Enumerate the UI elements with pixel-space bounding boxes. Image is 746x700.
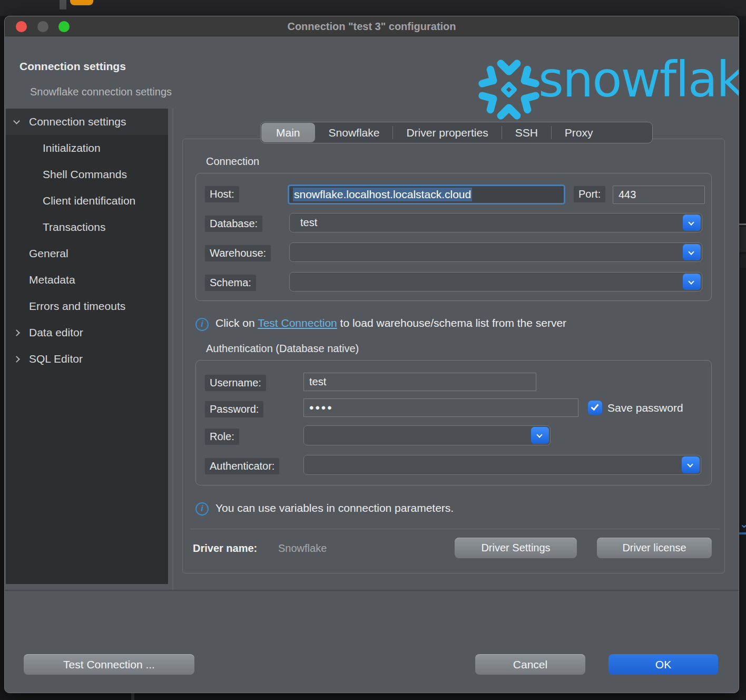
authenticator-combo[interactable] xyxy=(303,455,701,475)
save-password-label: Save password xyxy=(607,402,683,414)
schema-dropdown-button[interactable] xyxy=(683,274,701,290)
sidebar-item-label: Shell Commands xyxy=(43,168,127,181)
host-value-selected-text: snowflake.localhost.localstack.cloud xyxy=(293,188,472,201)
page-subtitle: Snowflake connection settings xyxy=(30,86,172,98)
variables-hint: You can use variables in connection para… xyxy=(215,502,454,514)
save-password-checkbox[interactable] xyxy=(588,401,602,415)
username-input[interactable] xyxy=(303,373,536,391)
tab-proxy[interactable]: Proxy xyxy=(552,123,606,142)
background-divider xyxy=(131,693,134,700)
database-value: test xyxy=(300,213,317,232)
driver-license-button[interactable]: Driver license xyxy=(597,538,712,558)
ok-button[interactable]: OK xyxy=(608,654,718,675)
test-connection-link[interactable]: Test Connection xyxy=(258,317,337,329)
username-label: Username: xyxy=(205,375,266,391)
schema-label: Schema: xyxy=(205,275,256,291)
role-label: Role: xyxy=(205,429,239,445)
auth-group-label: Authentication (Database native) xyxy=(206,343,359,355)
database-label: Database: xyxy=(205,216,262,232)
warehouse-label: Warehouse: xyxy=(205,245,271,261)
sidebar-item-label: Errors and timeouts xyxy=(29,300,125,313)
sidebar-item-label: Metadata xyxy=(29,274,75,286)
title-bar[interactable]: Connection "test 3" configuration xyxy=(5,16,739,36)
background-merge-icon: ⌄ xyxy=(740,518,746,530)
sidebar-item-connection-settings[interactable]: Connection settings xyxy=(6,109,168,135)
connection-configuration-dialog: Connection "test 3" configuration Connec… xyxy=(4,16,739,693)
chevron-down-icon xyxy=(688,219,694,225)
schema-combo[interactable] xyxy=(289,272,702,291)
database-dropdown-button[interactable] xyxy=(683,215,701,231)
sidebar-item-shell-commands[interactable]: Shell Commands xyxy=(6,161,168,188)
background-panel-fragment xyxy=(740,254,746,268)
sidebar-item-label: Initialization xyxy=(43,142,101,154)
tab-ssh[interactable]: SSH xyxy=(502,123,551,142)
tab-driver-properties[interactable]: Driver properties xyxy=(393,123,501,142)
chevron-down-icon xyxy=(687,461,693,467)
sidebar-item-label: SQL Editor xyxy=(29,353,83,365)
database-combo[interactable]: test xyxy=(289,213,702,232)
tab-snowflake[interactable]: Snowflake xyxy=(316,123,393,142)
connection-group-label: Connection xyxy=(206,155,259,168)
sidebar-item-metadata[interactable]: Metadata xyxy=(6,267,168,293)
test-connection-hint: Click on Test Connection to load warehou… xyxy=(215,317,566,329)
role-combo[interactable] xyxy=(303,425,551,445)
background-divider xyxy=(739,223,746,225)
authenticator-dropdown-button[interactable] xyxy=(682,456,700,473)
sidebar-item-data-editor[interactable]: Data editor xyxy=(6,319,168,346)
chevron-right-icon xyxy=(13,356,20,363)
snowflake-wordmark: snowflake xyxy=(538,52,739,108)
password-input[interactable]: •••• xyxy=(303,398,578,417)
background-right-strip xyxy=(739,16,746,700)
sidebar-item-client-identification[interactable]: Client identification xyxy=(6,188,168,214)
background-orange-icon xyxy=(70,0,93,5)
hint-suffix: to load warehouse/schema list from the s… xyxy=(337,317,566,329)
info-icon: i xyxy=(195,502,209,516)
host-input[interactable]: snowflake.localhost.localstack.cloud xyxy=(288,184,565,205)
test-connection-button[interactable]: Test Connection ... xyxy=(24,654,194,675)
snowflake-mark-icon xyxy=(478,59,540,121)
tab-main[interactable]: Main xyxy=(261,123,315,142)
window-title: Connection "test 3" configuration xyxy=(5,16,739,36)
sidebar-item-label: Connection settings xyxy=(29,115,126,128)
driver-name-value: Snowflake xyxy=(278,542,327,555)
sidebar-item-label: Transactions xyxy=(43,221,105,234)
snowflake-logo: snowflake xyxy=(473,40,739,124)
tab-bar: Main Snowflake Driver properties SSH Pro… xyxy=(260,122,653,143)
sidebar-item-general[interactable]: General xyxy=(6,240,168,267)
driver-name-label: Driver name: xyxy=(193,542,257,555)
background-scrollbar xyxy=(60,0,66,9)
host-label: Host: xyxy=(205,186,239,202)
authenticator-label: Authenticator: xyxy=(205,458,279,474)
chevron-down-icon xyxy=(688,249,694,255)
sidebar-splitter[interactable] xyxy=(172,109,173,590)
warehouse-combo[interactable] xyxy=(289,242,702,262)
chevron-down-icon xyxy=(13,118,20,124)
settings-sidebar: Connection settings Initialization Shell… xyxy=(6,109,168,584)
sidebar-item-errors-and-timeouts[interactable]: Errors and timeouts xyxy=(6,293,168,319)
sidebar-item-initialization[interactable]: Initialization xyxy=(6,135,168,161)
footer-separator xyxy=(5,590,739,591)
cancel-button[interactable]: Cancel xyxy=(475,654,585,675)
info-icon: i xyxy=(195,318,209,331)
hint-prefix: Click on xyxy=(215,317,258,329)
sidebar-item-transactions[interactable]: Transactions xyxy=(6,214,168,240)
warehouse-dropdown-button[interactable] xyxy=(683,244,701,260)
sidebar-item-label: Client identification xyxy=(43,195,135,207)
driver-settings-button[interactable]: Driver Settings xyxy=(455,538,577,558)
driver-separator xyxy=(190,529,720,529)
chevron-down-icon xyxy=(536,432,542,438)
port-input[interactable] xyxy=(613,186,705,204)
background-panel-fragment xyxy=(739,227,746,252)
chevron-right-icon xyxy=(13,329,20,336)
background-blue-line xyxy=(739,532,746,534)
password-label: Password: xyxy=(205,401,263,417)
port-label: Port: xyxy=(574,186,605,202)
role-dropdown-button[interactable] xyxy=(531,427,549,444)
chevron-down-icon xyxy=(688,278,694,284)
page-title: Connection settings xyxy=(19,60,126,73)
checkmark-icon xyxy=(591,402,598,411)
sidebar-item-sql-editor[interactable]: SQL Editor xyxy=(6,346,168,372)
sidebar-item-label: Data editor xyxy=(29,326,83,339)
background-app-strip xyxy=(0,0,746,16)
sidebar-item-label: General xyxy=(29,247,68,260)
